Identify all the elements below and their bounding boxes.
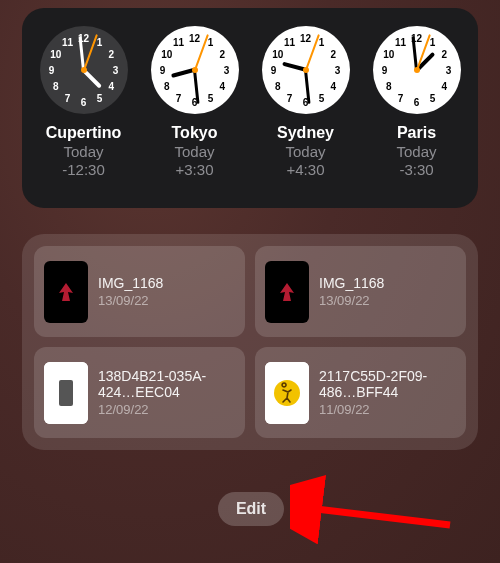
clock-offset-label: +3:30 bbox=[176, 161, 214, 178]
edit-button-label: Edit bbox=[236, 500, 266, 518]
clock-face: 123456789101112 bbox=[262, 26, 350, 114]
world-clock-item: 123456789101112 Sydney Today +4:30 bbox=[250, 18, 361, 196]
clock-day-label: Today bbox=[174, 143, 214, 160]
file-thumbnail bbox=[265, 362, 309, 424]
file-tile[interactable]: 138D4B21-035A-424…EEC04 12/09/22 bbox=[34, 347, 245, 438]
clock-city-label: Tokyo bbox=[172, 124, 218, 142]
file-date-label: 11/09/22 bbox=[319, 402, 456, 417]
clock-offset-label: +4:30 bbox=[287, 161, 325, 178]
clock-city-label: Sydney bbox=[277, 124, 334, 142]
file-thumbnail bbox=[44, 261, 88, 323]
svg-rect-1 bbox=[59, 380, 73, 406]
file-name-label: 2117C55D-2F09-486…BFF44 bbox=[319, 368, 456, 400]
files-widget[interactable]: IMG_1168 13/09/22 IMG_1168 13/09/22 138D… bbox=[22, 234, 478, 450]
clock-face: 123456789101112 bbox=[40, 26, 128, 114]
clock-day-label: Today bbox=[285, 143, 325, 160]
svg-line-5 bbox=[308, 508, 450, 525]
file-date-label: 13/09/22 bbox=[319, 293, 384, 308]
file-tile[interactable]: IMG_1168 13/09/22 bbox=[34, 246, 245, 337]
file-tile[interactable]: 2117C55D-2F09-486…BFF44 11/09/22 bbox=[255, 347, 466, 438]
edit-button[interactable]: Edit bbox=[218, 492, 284, 526]
world-clock-widget[interactable]: 123456789101112 Cupertino Today -12:30 1… bbox=[22, 8, 478, 208]
file-name-label: IMG_1168 bbox=[319, 275, 384, 291]
clock-city-label: Paris bbox=[397, 124, 436, 142]
world-clock-item: 123456789101112 Paris Today -3:30 bbox=[361, 18, 472, 196]
file-name-label: IMG_1168 bbox=[98, 275, 163, 291]
world-clock-item: 123456789101112 Tokyo Today +3:30 bbox=[139, 18, 250, 196]
clock-day-label: Today bbox=[396, 143, 436, 160]
file-name-label: 138D4B21-035A-424…EEC04 bbox=[98, 368, 235, 400]
clock-offset-label: -3:30 bbox=[399, 161, 433, 178]
file-tile[interactable]: IMG_1168 13/09/22 bbox=[255, 246, 466, 337]
file-thumbnail bbox=[44, 362, 88, 424]
clock-offset-label: -12:30 bbox=[62, 161, 105, 178]
file-thumbnail bbox=[265, 261, 309, 323]
world-clock-item: 123456789101112 Cupertino Today -12:30 bbox=[28, 18, 139, 196]
clock-city-label: Cupertino bbox=[46, 124, 122, 142]
clock-day-label: Today bbox=[63, 143, 103, 160]
annotation-arrow-icon bbox=[290, 470, 470, 550]
file-date-label: 12/09/22 bbox=[98, 402, 235, 417]
clock-face: 123456789101112 bbox=[373, 26, 461, 114]
clock-face: 123456789101112 bbox=[151, 26, 239, 114]
svg-point-3 bbox=[274, 380, 300, 406]
file-date-label: 13/09/22 bbox=[98, 293, 163, 308]
